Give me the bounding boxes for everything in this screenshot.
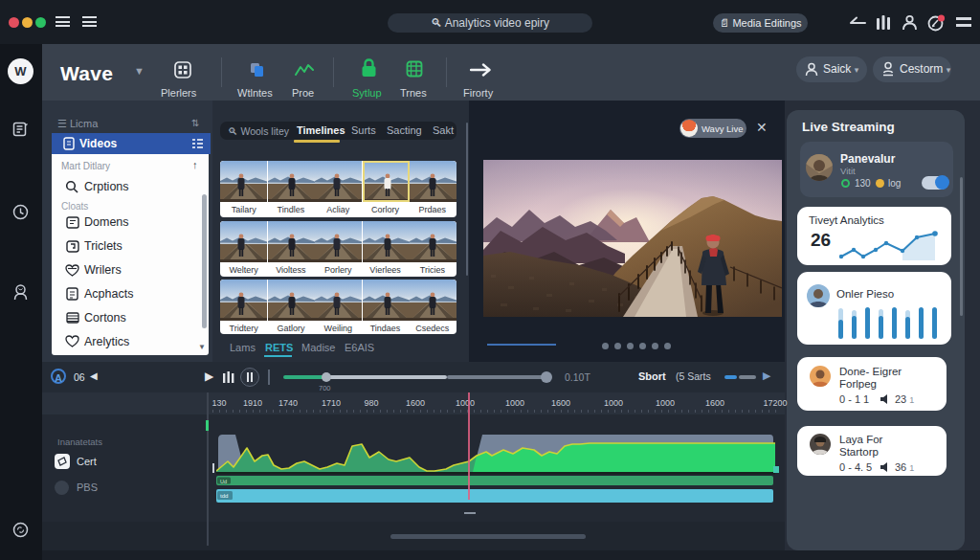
svg-text:tdd: tdd: [220, 493, 228, 499]
svg-text:Ud: Ud: [220, 479, 227, 484]
